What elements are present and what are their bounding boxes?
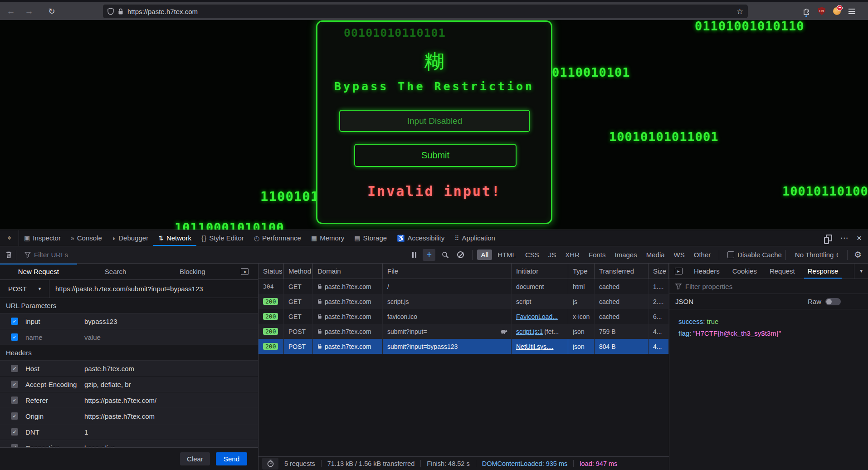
table-row-selected[interactable]: 200 POST paste.h7tex.com submit?input=by… [258,339,669,354]
new-request-toggle-button[interactable]: + [423,249,435,261]
send-button[interactable]: Send [216,452,247,465]
tab-performance[interactable]: ◴Performance [249,230,306,246]
lock-icon[interactable] [118,8,123,15]
filter-icon [24,252,31,258]
request-url-input[interactable] [49,285,258,293]
col-method[interactable]: Method [284,264,313,279]
tab-new-request[interactable]: New Request [0,264,77,279]
filter-pill-ws[interactable]: WS [670,250,688,260]
network-settings-gear-icon[interactable]: ⚙ [851,250,868,260]
param-row: ✓ input bypass123 [0,313,258,329]
filter-pill-css[interactable]: CSS [522,250,543,260]
header-checkbox[interactable]: ✓ [11,397,18,404]
filter-pill-all[interactable]: All [477,250,492,260]
request-params-scroll[interactable]: URL Parameters ✓ input bypass123 ✓ name … [0,298,258,447]
tab-response[interactable]: Response [801,264,845,279]
table-row[interactable]: 200 POST paste.h7tex.com submit?input= s… [258,324,669,339]
throttling-select[interactable]: No Throttling ▴▾ [790,251,844,259]
col-type[interactable]: Type [568,264,595,279]
col-size[interactable]: Size [649,264,669,279]
extensions-puzzle-icon[interactable] [803,7,810,15]
col-initiator[interactable]: Initiator [512,264,568,279]
property-row[interactable]: success: true [678,316,868,328]
menu-icon[interactable] [848,9,855,14]
extension-cluster: UO [803,2,855,20]
devtools-menu-icon[interactable]: ⋯ [840,233,848,243]
tab-request[interactable]: Request [763,264,801,279]
raw-toggle[interactable] [825,298,841,305]
tab-search[interactable]: Search [77,264,154,279]
tab-console[interactable]: »Console [66,230,107,246]
filter-pill-fonts[interactable]: Fonts [585,250,610,260]
method-select[interactable]: POST ▾ [0,280,49,298]
initiator-link[interactable]: script.js:1 [516,328,543,335]
url-text[interactable]: https://paste.h7tex.com [127,8,736,15]
filter-urls-input[interactable] [34,251,107,259]
status-badge: 200 [263,313,278,320]
header-checkbox[interactable]: ✓ [11,444,18,447]
storage-icon: ▤ [354,235,360,242]
filter-pill-images[interactable]: Images [611,250,641,260]
initiator-link[interactable]: FaviconLoad... [516,313,558,320]
header-checkbox[interactable]: ✓ [11,381,18,388]
tab-network[interactable]: ⇅Network [153,230,196,246]
load-time: load: 947 ms [574,460,623,467]
devtools-close-icon[interactable]: × [857,233,862,243]
tab-blocking[interactable]: Blocking [154,264,231,279]
search-icon[interactable] [438,251,453,259]
tab-debugger[interactable]: ◗Debugger [107,230,153,246]
tab-style-editor[interactable]: { }Style Editor [196,230,249,246]
disable-cache-checkbox[interactable] [727,251,734,258]
filter-pill-media[interactable]: Media [643,250,668,260]
submit-button[interactable]: Submit [354,144,517,167]
header-checkbox[interactable]: ✓ [11,365,18,372]
more-tabs-button[interactable]: ▾ [854,264,868,279]
proxy-extension-icon[interactable] [833,7,841,15]
header-checkbox[interactable]: ✓ [11,412,18,420]
pause-icon[interactable] [409,252,420,258]
param-checkbox[interactable]: ✓ [11,318,18,325]
filter-pill-other[interactable]: Other [690,250,715,260]
shield-icon[interactable] [107,8,114,15]
tab-accessibility[interactable]: ♿Accessibility [392,230,449,246]
col-file[interactable]: File [383,264,512,279]
forward-button[interactable]: → [22,5,36,18]
bookmark-star-icon[interactable]: ☆ [736,7,743,16]
tab-memory[interactable]: ▦Memory [306,230,349,246]
clear-button[interactable]: Clear [180,452,210,465]
tab-cookies[interactable]: Cookies [726,264,763,279]
expand-panel-button[interactable]: ▸ [669,264,688,279]
pick-element-button[interactable]: ⌖ [0,230,19,246]
table-row[interactable]: 200 GET paste.h7tex.com script.js script… [258,294,669,309]
ublock-extension-icon[interactable]: UO [818,7,825,15]
block-requests-icon[interactable] [457,251,464,258]
header-checkbox[interactable]: ✓ [11,428,18,436]
table-row[interactable]: 304 GET paste.h7tex.com / document html … [258,279,669,294]
back-button[interactable]: ← [4,5,18,18]
responsive-design-icon[interactable] [826,235,832,241]
har-stopwatch-icon[interactable] [262,458,278,470]
property-row[interactable]: flag: "H7CTF{h@ck_th3_sy$t3m}" [678,328,868,339]
challenge-input[interactable] [339,110,530,132]
finish-time: Finish: 48.52 s [421,460,475,467]
filter-pill-js[interactable]: JS [545,250,560,260]
url-bar[interactable]: https://paste.h7tex.com ☆ [103,5,748,18]
clear-requests-icon[interactable] [5,251,12,259]
col-domain[interactable]: Domain [313,264,383,279]
tab-inspector[interactable]: ▣Inspector [19,230,66,246]
reload-button[interactable]: ↻ [44,5,59,18]
collapse-panel-button[interactable]: ◂ [231,264,258,279]
col-status[interactable]: Status [258,264,284,279]
initiator-link[interactable]: NetUtil.sys.... [516,343,553,350]
param-checkbox[interactable]: ✓ [11,333,18,341]
col-transferred[interactable]: Transferred [595,264,649,279]
request-actions-bar: Clear Send [0,447,258,470]
filter-pill-html[interactable]: HTML [494,250,520,260]
tab-headers[interactable]: Headers [688,264,726,279]
filter-properties-input[interactable] [685,283,758,290]
request-details-pane: ▸ Headers Cookies Request Response ▾ JSO… [669,264,868,470]
tab-storage[interactable]: ▤Storage [349,230,392,246]
tab-application[interactable]: ⠿Application [449,230,500,246]
table-row[interactable]: 200 GET paste.h7tex.com favicon.ico Favi… [258,309,669,324]
filter-pill-xhr[interactable]: XHR [561,250,583,260]
